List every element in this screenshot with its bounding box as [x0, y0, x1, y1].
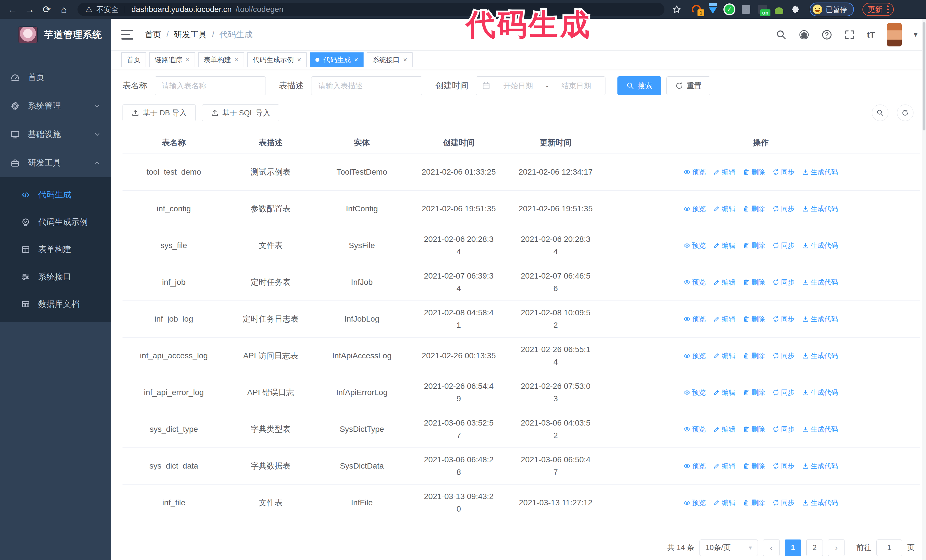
browser-forward-button[interactable]: →: [22, 2, 37, 17]
sync-link[interactable]: 同步: [772, 314, 794, 324]
extension-icon-gem[interactable]: [708, 4, 718, 15]
hamburger-icon[interactable]: [121, 30, 133, 39]
sync-link[interactable]: 同步: [772, 350, 794, 361]
page-button-2[interactable]: 2: [806, 539, 823, 556]
extension-icon-orange[interactable]: 1: [691, 4, 702, 15]
preview-link[interactable]: 预览: [684, 240, 706, 251]
delete-link[interactable]: 删除: [743, 497, 765, 508]
browser-scrollbar[interactable]: [922, 19, 926, 560]
sidebar-item-system-api[interactable]: 系统接口: [0, 263, 111, 291]
table-desc-input[interactable]: [311, 76, 422, 95]
sidebar-item-home[interactable]: 首页: [0, 63, 111, 92]
sidebar-item-codegen[interactable]: 代码生成: [0, 181, 111, 208]
sidebar-item-devtools[interactable]: 研发工具: [0, 149, 111, 177]
sync-link[interactable]: 同步: [772, 240, 794, 251]
delete-link[interactable]: 删除: [743, 203, 765, 214]
sidebar-item-db-doc[interactable]: 数据库文档: [0, 291, 111, 318]
sync-link[interactable]: 同步: [772, 277, 794, 287]
toggle-search-button[interactable]: [872, 104, 888, 121]
generate-code-link[interactable]: 生成代码: [802, 240, 838, 251]
close-icon[interactable]: ×: [403, 56, 407, 64]
delete-link[interactable]: 删除: [743, 240, 765, 251]
search-button[interactable]: 搜索: [617, 76, 661, 95]
edit-link[interactable]: 编辑: [713, 460, 735, 471]
generate-code-link[interactable]: 生成代码: [802, 314, 838, 324]
edit-link[interactable]: 编辑: [713, 497, 735, 508]
preview-link[interactable]: 预览: [684, 350, 706, 361]
preview-link[interactable]: 预览: [684, 314, 706, 324]
profile-paused-badge[interactable]: 已暂停: [810, 3, 854, 16]
generate-code-link[interactable]: 生成代码: [802, 387, 838, 398]
breadcrumb-devtools[interactable]: 研发工具: [174, 29, 207, 41]
edit-link[interactable]: 编辑: [713, 387, 735, 398]
sync-link[interactable]: 同步: [772, 167, 794, 177]
sidebar-logo[interactable]: 芋道管理系统: [0, 19, 111, 51]
extension-icon-dark[interactable]: on: [757, 4, 767, 15]
page-button-1[interactable]: 1: [785, 539, 801, 556]
generate-code-link[interactable]: 生成代码: [802, 497, 838, 508]
browser-menu-kebab-icon[interactable]: [887, 5, 889, 14]
edit-link[interactable]: 编辑: [713, 203, 735, 214]
tab-codegen-example[interactable]: 代码生成示例×: [247, 53, 307, 67]
browser-update-button[interactable]: 更新: [862, 3, 894, 16]
delete-link[interactable]: 删除: [743, 167, 765, 177]
sidebar-item-form-builder[interactable]: 表单构建: [0, 236, 111, 263]
close-icon[interactable]: ×: [186, 56, 189, 64]
extension-icon-green-check[interactable]: ✓: [724, 4, 735, 15]
table-name-input[interactable]: [155, 76, 266, 95]
edit-link[interactable]: 编辑: [713, 424, 735, 435]
prev-page-button[interactable]: [763, 539, 779, 556]
import-sql-button[interactable]: 基于 SQL 导入: [202, 104, 280, 121]
tab-tracing[interactable]: 链路追踪×: [149, 53, 195, 67]
avatar-caret-icon[interactable]: ▾: [914, 30, 917, 39]
github-icon[interactable]: [799, 29, 809, 40]
delete-link[interactable]: 删除: [743, 460, 765, 471]
extensions-puzzle-icon[interactable]: [790, 4, 800, 15]
generate-code-link[interactable]: 生成代码: [802, 460, 838, 471]
help-icon[interactable]: [822, 29, 832, 40]
refresh-table-button[interactable]: [897, 104, 914, 121]
preview-link[interactable]: 预览: [684, 497, 706, 508]
extension-icon-grid[interactable]: [741, 4, 751, 15]
browser-reload-button[interactable]: ⟳: [39, 2, 54, 17]
browser-back-button[interactable]: ←: [5, 2, 20, 17]
search-icon[interactable]: [776, 29, 787, 40]
sidebar-item-codegen-example[interactable]: 代码生成示例: [0, 208, 111, 236]
preview-link[interactable]: 预览: [684, 203, 706, 214]
sync-link[interactable]: 同步: [772, 497, 794, 508]
delete-link[interactable]: 删除: [743, 350, 765, 361]
fullscreen-icon[interactable]: [844, 29, 855, 40]
edit-link[interactable]: 编辑: [713, 240, 735, 251]
import-db-button[interactable]: 基于 DB 导入: [123, 104, 196, 121]
page-size-select[interactable]: 10条/页 ▾: [699, 539, 758, 556]
preview-link[interactable]: 预览: [684, 167, 706, 177]
edit-link[interactable]: 编辑: [713, 277, 735, 287]
delete-link[interactable]: 删除: [743, 277, 765, 287]
tab-codegen[interactable]: 代码生成×: [310, 53, 363, 67]
preview-link[interactable]: 预览: [684, 460, 706, 471]
breadcrumb-home[interactable]: 首页: [145, 29, 161, 41]
edit-link[interactable]: 编辑: [713, 350, 735, 361]
extension-icon-droid[interactable]: [774, 4, 784, 15]
delete-link[interactable]: 删除: [743, 424, 765, 435]
date-range-picker[interactable]: 开始日期 - 结束日期: [476, 76, 605, 95]
address-bar[interactable]: ⚠ 不安全 dashboard.yudao.iocoder.cn/tool/co…: [77, 3, 664, 16]
goto-page-input[interactable]: [876, 539, 902, 556]
scrollbar-thumb[interactable]: [923, 22, 925, 130]
delete-link[interactable]: 删除: [743, 314, 765, 324]
sync-link[interactable]: 同步: [772, 424, 794, 435]
close-icon[interactable]: ×: [354, 56, 358, 64]
preview-link[interactable]: 预览: [684, 424, 706, 435]
browser-home-button[interactable]: ⌂: [56, 2, 71, 17]
edit-link[interactable]: 编辑: [713, 314, 735, 324]
sidebar-item-infra[interactable]: 基础设施: [0, 120, 111, 149]
generate-code-link[interactable]: 生成代码: [802, 277, 838, 287]
preview-link[interactable]: 预览: [684, 387, 706, 398]
sync-link[interactable]: 同步: [772, 460, 794, 471]
edit-link[interactable]: 编辑: [713, 167, 735, 177]
tab-form-builder[interactable]: 表单构建×: [198, 53, 244, 67]
preview-link[interactable]: 预览: [684, 277, 706, 287]
close-icon[interactable]: ×: [235, 56, 239, 64]
bookmark-star-icon[interactable]: [672, 5, 682, 14]
sync-link[interactable]: 同步: [772, 203, 794, 214]
